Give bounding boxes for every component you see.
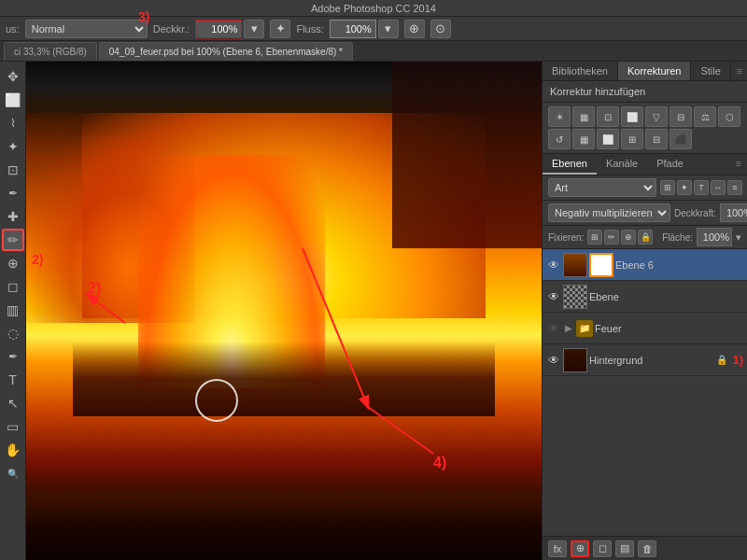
- options-bar: us: Normal Multiplizieren Negativ multip…: [0, 17, 747, 41]
- fix-icon-3[interactable]: ⊕: [621, 230, 636, 245]
- tab-1[interactable]: ci 33,3% (RGB/8): [4, 42, 97, 61]
- layers-panel-menu[interactable]: ≡: [730, 154, 747, 175]
- new-layer-btn[interactable]: ⊕: [571, 540, 589, 557]
- flaeche-arrow[interactable]: ▾: [736, 231, 741, 244]
- layers-panel: Ebenen Kanäle Pfade ≡ Art Pixel Einstell…: [543, 154, 747, 560]
- fixieren-label: Fixieren:: [548, 232, 584, 243]
- corr-bw[interactable]: ⬡: [718, 106, 740, 127]
- corr-vibrance[interactable]: ▽: [645, 106, 668, 127]
- tool-gradient[interactable]: ▥: [2, 299, 24, 321]
- fix-icon-move[interactable]: ✏: [604, 230, 619, 245]
- deckkr-group: ▾: [195, 20, 264, 38]
- fix-icon-lock[interactable]: 🔒: [638, 230, 653, 245]
- tool-zoom[interactable]: 🔍: [2, 462, 24, 484]
- tab-ebenen[interactable]: Ebenen: [543, 154, 597, 175]
- fluss-arrow[interactable]: ▾: [378, 20, 399, 38]
- fx-btn[interactable]: fx: [548, 540, 567, 557]
- deckkr-input[interactable]: [195, 20, 242, 38]
- tool-lasso[interactable]: ⌇: [2, 112, 24, 134]
- layers-list: 👁 Ebene 6 👁 Ebene 👁: [543, 249, 747, 536]
- brush-mode-select[interactable]: Normal Multiplizieren Negativ multiplizi…: [25, 20, 148, 38]
- corr-posterize[interactable]: ⊞: [621, 129, 643, 149]
- tablet-btn[interactable]: ⊕: [404, 20, 425, 38]
- layer-ctrl-icon-1[interactable]: ⊞: [660, 180, 675, 195]
- layer-folder-feuer: 📁: [576, 320, 593, 337]
- hand-icon: ✋: [5, 442, 21, 457]
- tab-pfade[interactable]: Pfade: [647, 154, 693, 175]
- delete-btn[interactable]: 🗑: [638, 540, 656, 557]
- deckkraft-input[interactable]: [720, 203, 747, 222]
- layer-ctrl-icon-2[interactable]: ✦: [677, 180, 692, 195]
- tab-korrekturen[interactable]: Korrekturen: [618, 62, 691, 80]
- tool-type[interactable]: T: [2, 369, 24, 391]
- tool-dodge[interactable]: ◌: [2, 322, 24, 344]
- layer-item-ebene[interactable]: 👁 Ebene: [543, 281, 747, 313]
- tab-kanaele[interactable]: Kanäle: [597, 154, 647, 175]
- layer-type-select[interactable]: Art Pixel Einstellungsebene: [548, 178, 656, 197]
- layer-ctrl-icon-5[interactable]: ≡: [727, 180, 742, 195]
- layers-controls: Art Pixel Einstellungsebene ⊞ ✦ T ↔ ≡: [543, 175, 747, 201]
- fix-icon-check[interactable]: ⊞: [587, 230, 602, 245]
- corr-levels[interactable]: ▦: [572, 106, 595, 127]
- clone-icon: ⊕: [7, 256, 19, 271]
- tool-crop[interactable]: ⊡: [2, 159, 24, 181]
- tool-magic-wand[interactable]: ✦: [2, 135, 24, 158]
- layer-expand-feuer[interactable]: ▶: [563, 321, 574, 336]
- corr-photo-filter[interactable]: ↺: [548, 129, 571, 149]
- corr-gradient-map[interactable]: ⬛: [669, 129, 692, 149]
- fluss-input[interactable]: [330, 20, 376, 38]
- deckkr-arrow[interactable]: ▾: [244, 20, 264, 38]
- mode-label: us:: [6, 23, 20, 35]
- tool-eyedropper[interactable]: ✒: [2, 182, 24, 204]
- main-area: ✥ ⬜ ⌇ ✦ ⊡ ✒ ✚ ✏ ⊕ ◻ ▥ ◌ ✒ T ↖ ▭ ✋ 🔍: [0, 62, 747, 560]
- tab-2[interactable]: 04_09_feuer.psd bei 100% (Ebene 6, Ebene…: [99, 42, 353, 61]
- layer-eye-ebene[interactable]: 👁: [546, 289, 561, 304]
- airbrush-btn[interactable]: ✦: [270, 20, 290, 38]
- tab-stile[interactable]: Stile: [691, 62, 730, 80]
- corr-colorbal[interactable]: ⚖: [694, 106, 716, 127]
- layer-lock-hintergrund: 🔒: [715, 354, 728, 367]
- flaeche-label: Fläche:: [662, 232, 693, 243]
- corrections-panel-menu[interactable]: ≡: [731, 62, 747, 80]
- corrections-title: Korrektur hinzufügen: [543, 81, 747, 103]
- layer-item-feuer[interactable]: 👁 ▶ 📁 Feuer: [543, 313, 747, 344]
- corr-channel-mix[interactable]: ▦: [572, 129, 595, 149]
- corr-invert[interactable]: ⬜: [597, 129, 619, 149]
- layer-ctrl-icon-4[interactable]: ↔: [711, 180, 726, 195]
- tool-move[interactable]: ✥: [2, 65, 24, 88]
- canvas-area[interactable]: 2) 4): [26, 62, 542, 560]
- layer-ctrl-icon-3[interactable]: T: [694, 180, 709, 195]
- flaeche-input[interactable]: [697, 228, 732, 246]
- layer-item-ebene6[interactable]: 👁 Ebene 6: [543, 249, 747, 281]
- corrections-tabs: Bibliotheken Korrekturen Stile ≡: [543, 62, 747, 81]
- corr-exposure[interactable]: ⬜: [621, 106, 643, 127]
- tool-eraser[interactable]: ◻: [2, 275, 24, 298]
- tool-hand[interactable]: ✋: [2, 439, 24, 461]
- corr-hsl[interactable]: ⊟: [669, 106, 692, 127]
- corr-curves[interactable]: ⊡: [597, 106, 619, 127]
- layer-item-hintergrund[interactable]: 👁 Hintergrund 🔒 1): [543, 344, 747, 376]
- fixieren-icons: ⊞ ✏ ⊕ 🔒: [587, 230, 653, 245]
- corr-brightness[interactable]: ☀: [548, 106, 571, 127]
- layer-thumb-ebene6: [563, 253, 587, 277]
- tab-bibliotheken[interactable]: Bibliotheken: [543, 62, 618, 80]
- fluss-label: Fluss:: [296, 23, 323, 35]
- tool-healing[interactable]: ✚: [2, 205, 24, 228]
- tool-clone[interactable]: ⊕: [2, 252, 24, 274]
- dodge-icon: ◌: [7, 326, 19, 341]
- tool-shape[interactable]: ▭: [2, 415, 24, 438]
- tool-brush[interactable]: ✏: [2, 229, 24, 251]
- adjustment-btn[interactable]: ◻: [593, 540, 612, 557]
- app-title: Adobe Photoshop CC 2014: [311, 3, 436, 14]
- group-btn[interactable]: ▤: [615, 540, 634, 557]
- zoom-icon: 🔍: [7, 469, 19, 479]
- tablet-btn2[interactable]: ⊙: [430, 20, 451, 38]
- layer-eye-hintergrund[interactable]: 👁: [546, 353, 561, 368]
- tool-path-select[interactable]: ↖: [2, 392, 24, 414]
- blend-mode-select[interactable]: Negativ multiplizieren Normal Multiplizi…: [548, 203, 670, 222]
- tool-selection-rect[interactable]: ⬜: [2, 89, 24, 111]
- tool-pen[interactable]: ✒: [2, 345, 24, 368]
- layer-eye-ebene6[interactable]: 👁: [546, 258, 561, 273]
- layer-eye-feuer[interactable]: 👁: [546, 321, 561, 336]
- corr-threshold[interactable]: ⊟: [645, 129, 668, 149]
